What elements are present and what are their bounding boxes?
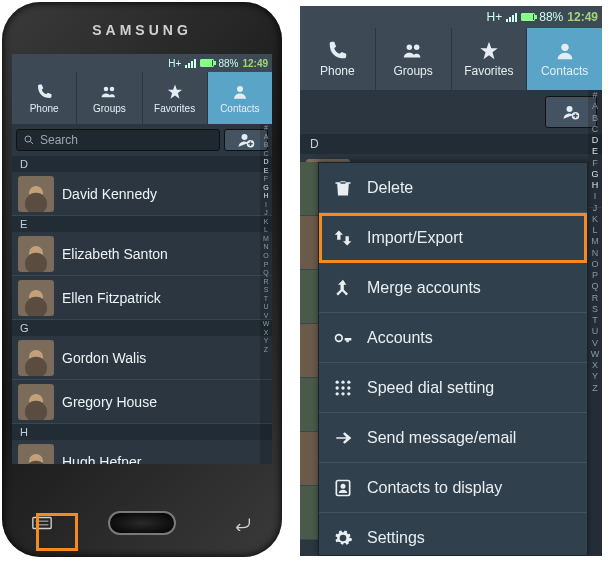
alphabet-index[interactable]: #ABCDEFGHIJKLMNOPQRSTUVWXYZ [588,90,602,556]
avatar [18,340,54,376]
top-tabs: Phone Groups Favorites Contacts [12,72,272,124]
contact-name: Hugh Hefner [62,454,141,465]
svg-point-4 [242,134,248,140]
contacts-icon [333,478,353,498]
tab-groups[interactable]: Groups [77,72,142,124]
phone-icon [326,40,348,62]
menu-send-message[interactable]: Send message/email [319,413,587,463]
tab-favorites[interactable]: Favorites [143,72,208,124]
person-icon [231,83,249,101]
tab-label: Contacts [541,64,588,78]
svg-point-17 [347,380,350,383]
contact-row[interactable]: Ellen Fitzpatrick [12,276,272,320]
svg-point-16 [341,380,344,383]
partial-contact-avatars [300,162,318,556]
import-export-icon [333,228,353,248]
add-person-icon [237,131,255,149]
tab-groups[interactable]: Groups [376,28,452,90]
back-icon [231,515,253,531]
avatar [18,176,54,212]
menu-label: Contacts to display [367,479,502,497]
contact-row[interactable]: Hugh Hefner [12,440,272,464]
tab-label: Groups [393,64,432,78]
tab-label: Phone [320,64,355,78]
menu-label: Send message/email [367,429,516,447]
phone-device-frame: SAMSUNG H+ 88% 12:49 Phone Groups Favori… [2,2,282,557]
contact-name: David Kennedy [62,186,157,202]
svg-point-15 [336,380,339,383]
phone-screen-large: H+ 88% 12:49 Phone Groups Favorites Cont… [300,6,602,556]
person-icon [554,40,576,62]
menu-speed-dial[interactable]: Speed dial setting [319,363,587,413]
contact-row[interactable]: David Kennedy [12,172,272,216]
tab-phone[interactable]: Phone [300,28,376,90]
section-header-g: G [12,320,272,336]
groups-icon [402,40,424,62]
avatar [18,384,54,420]
contact-name: Gregory House [62,394,157,410]
tab-contacts[interactable]: Contacts [208,72,272,124]
star-icon [478,40,500,62]
hw-back-button[interactable] [227,513,257,533]
avatar [18,444,54,465]
search-input[interactable]: Search [16,129,220,151]
search-row: Search [12,124,272,156]
gear-icon [333,528,353,548]
top-tabs: Phone Groups Favorites Contacts [300,28,602,90]
hw-home-button[interactable] [108,511,176,535]
contact-row[interactable]: Gordon Walis [12,336,272,380]
svg-point-1 [110,86,115,91]
device-brand: SAMSUNG [2,22,282,38]
menu-delete[interactable]: Delete [319,163,587,213]
battery-icon [200,59,214,67]
callout-highlight-menu-button [36,513,78,551]
svg-point-23 [347,392,350,395]
alphabet-index[interactable]: #ABCDEFGHIJKLMNOPQRSTUVWXYZ [260,124,272,464]
tab-label: Contacts [220,103,259,114]
clock-time: 12:49 [567,10,598,24]
dialpad-icon [333,378,353,398]
svg-point-0 [104,86,109,91]
context-menu: Delete Import/Export Merge accounts Acco… [318,162,588,556]
svg-point-20 [347,386,350,389]
search-row [300,90,602,134]
svg-point-12 [567,106,573,112]
avatar [18,236,54,272]
menu-label: Delete [367,179,413,197]
svg-point-19 [341,386,344,389]
contact-row[interactable]: Gregory House [12,380,272,424]
star-icon [166,83,184,101]
phone-icon [35,83,53,101]
tab-contacts[interactable]: Contacts [527,28,602,90]
menu-import-export[interactable]: Import/Export [319,213,587,263]
network-type-icon: H+ [168,58,181,69]
tab-label: Favorites [464,64,513,78]
menu-merge-accounts[interactable]: Merge accounts [319,263,587,313]
add-person-icon [562,103,580,121]
battery-percentage: 88% [218,58,238,69]
trash-icon [333,178,353,198]
contact-name: Elizabeth Santon [62,246,168,262]
tab-phone[interactable]: Phone [12,72,77,124]
phone-screen: H+ 88% 12:49 Phone Groups Favorites Cont… [12,54,272,464]
key-icon [333,328,353,348]
menu-label: Settings [367,529,425,547]
section-header-h: H [12,424,272,440]
tab-label: Groups [93,103,126,114]
svg-point-10 [414,45,420,51]
svg-point-11 [561,44,568,51]
menu-settings[interactable]: Settings [319,513,587,556]
tab-favorites[interactable]: Favorites [452,28,528,90]
signal-icon [506,13,517,22]
section-header-d: D [12,156,272,172]
battery-icon [521,13,535,21]
svg-point-2 [237,86,243,92]
svg-point-21 [336,392,339,395]
arrow-right-icon [333,428,353,448]
menu-label: Merge accounts [367,279,481,297]
contact-row[interactable]: Elizabeth Santon [12,232,272,276]
network-type-icon: H+ [487,10,503,24]
menu-accounts[interactable]: Accounts [319,313,587,363]
contact-name: Ellen Fitzpatrick [62,290,161,306]
menu-contacts-display[interactable]: Contacts to display [319,463,587,513]
